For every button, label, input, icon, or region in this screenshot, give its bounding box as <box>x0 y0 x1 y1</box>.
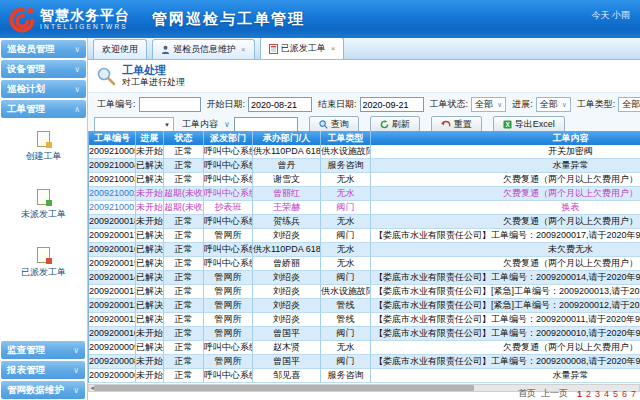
cell-progress: 已解决 <box>136 257 164 271</box>
cell-handler: 供水110PDA 61870 <box>253 243 321 257</box>
cell-order-content: 【娄底市水业有限责任公司】[紧急]工单编号：2009200012,请于2020年… <box>371 299 640 313</box>
cell-status: 正常 <box>164 215 204 229</box>
scrollbar-thumb[interactable] <box>94 385 474 391</box>
cell-dispatch-dept: 呼叫中心系统 <box>204 173 253 187</box>
panel-subtitle: 对工单进行处理 <box>122 77 185 88</box>
sidebar-item-workorder-mgmt[interactable]: 工单管理 ∧ <box>1 100 86 118</box>
close-icon[interactable]: × <box>331 44 336 53</box>
cell-status: 超期(未收到) <box>164 187 204 201</box>
workorder-table-body: 2009210005未开始正常呼叫中心系统供水110PDA 61870供水设施故… <box>89 145 640 383</box>
table-row[interactable]: 2009200013已解决正常管网所刘绍炎供水设施故障【娄底市水业有限责任公司】… <box>89 285 640 299</box>
dispatched-order-icon <box>37 247 50 263</box>
table-row[interactable]: 2009200018未开始正常呼叫中心系统贺练兵无水欠费复通（两个月以上欠费用户… <box>89 215 640 229</box>
create-order-icon <box>37 131 50 147</box>
cell-dispatch-dept: 呼叫中心系统 <box>204 341 253 355</box>
cell-handler: 供水110PDA 61870 <box>253 145 321 159</box>
cell-order-no: 2009200011 <box>89 313 136 327</box>
column-header-progress[interactable]: 进展 <box>136 131 164 145</box>
cell-status: 正常 <box>164 229 204 243</box>
table-row[interactable]: 2009210003已解决正常呼叫中心系统谢雪文无水欠费复通（两个月以上欠费用户… <box>89 173 640 187</box>
sidebar-item-dispatched-orders[interactable]: 已派发工单 <box>21 247 66 279</box>
reset-button[interactable]: 重置 <box>431 116 482 132</box>
cell-progress: 已解决 <box>136 159 164 173</box>
cell-progress: 未开始 <box>136 369 164 383</box>
pagination-page-5[interactable]: 5 <box>613 389 618 399</box>
tab-welcome[interactable]: 欢迎使用 <box>93 39 147 59</box>
pagination-page-1[interactable]: 1 <box>577 389 582 399</box>
sidebar-item-inspection-plan[interactable]: 巡检计划 ∨ <box>1 80 86 98</box>
table-row[interactable]: 2009200012已解决正常管网所刘绍炎管线【娄底市水业有限责任公司】[紧急]… <box>89 299 640 313</box>
cell-order-content: 欠费复通（两个月以上欠费用户） <box>371 257 640 271</box>
sidebar-item-report-mgmt[interactable]: 报表管理 ∨ <box>1 361 85 379</box>
cell-dispatch-dept: 管网所 <box>204 313 253 327</box>
pagination-page-3[interactable]: 3 <box>595 389 600 399</box>
cell-order-content: 开关加密阀 <box>371 145 640 159</box>
status-select[interactable]: 全部 ∨ <box>471 97 506 112</box>
search-button[interactable]: 查询 <box>309 116 359 132</box>
progress-select[interactable]: 全部 ∨ <box>536 97 571 112</box>
cell-order-no: 2009200008 <box>89 355 136 369</box>
pagination-page-7[interactable]: 7 <box>631 389 636 399</box>
pagination-page-6[interactable]: 6 <box>622 389 627 399</box>
sidebar-item-create-order[interactable]: 创建工单 <box>26 131 62 163</box>
order-no-input[interactable] <box>139 97 201 112</box>
close-icon[interactable]: × <box>241 45 246 54</box>
cell-dispatch-dept: 管网所 <box>204 299 253 313</box>
main-content: 欢迎使用 巡检员信息维护 × 已派发工单 × 工单处理 对工单进行处理 <box>88 38 640 400</box>
refresh-button[interactable]: 刷新 <box>370 116 420 132</box>
table-row[interactable]: 2009200010未开始正常管网所曾国平阀门【娄底市水业有限责任公司】工单编号… <box>89 327 640 341</box>
table-row[interactable]: 2009200006未开始正常呼叫中心系统邹见喜服务咨询水量异常 <box>89 369 640 383</box>
tab-inspector-info[interactable]: 巡检员信息维护 × <box>152 39 255 59</box>
table-row[interactable]: 2009200017已解决正常管网所刘绍炎阀门【娄底市水业有限责任公司】工单编号… <box>89 229 640 243</box>
magnifier-icon <box>96 66 116 86</box>
column-header-order-content[interactable]: 工单内容 <box>371 131 640 145</box>
cell-dispatch-dept: 呼叫中心系统 <box>204 215 253 229</box>
table-row[interactable]: 2009210001未开始超期(未收到)抄表班王荣赫阀门换表 <box>89 201 640 215</box>
column-header-status[interactable]: 状态 <box>164 131 204 145</box>
table-row[interactable]: 2009200016已解决正常呼叫中心系统供水110PDA 61870无水未欠费… <box>89 243 640 257</box>
column-header-order-no[interactable]: 工单编号 <box>89 131 136 145</box>
sidebar-item-supervision-mgmt[interactable]: 监查管理 ∨ <box>1 341 85 359</box>
status-label: 工单状态: <box>430 98 469 111</box>
table-row[interactable]: 2009200008未开始正常管网所曾国平阀门【娄底市水业有限责任公司】工单编号… <box>89 355 640 369</box>
pagination-prev[interactable]: 上一页 <box>541 387 568 400</box>
refresh-icon <box>380 120 389 129</box>
cell-order-content: 【娄底市水业有限责任公司】工单编号：2009200014,请于2020年9月20… <box>371 271 640 285</box>
table-row[interactable]: 2009210002未开始超期(未收到)呼叫中心系统曾丽红无水欠费复通（两个月以… <box>89 187 640 201</box>
column-header-order-type[interactable]: 工单类型 <box>321 131 371 145</box>
column-header-dispatch-dept[interactable]: 派发部门 <box>204 131 253 145</box>
type-label: 工单类型: <box>577 98 616 111</box>
start-date-input[interactable] <box>248 97 312 112</box>
keyword-input[interactable] <box>234 117 298 131</box>
cell-order-content: 水量异常 <box>371 159 640 173</box>
export-excel-button[interactable]: X 导出Excel <box>493 116 565 132</box>
cell-order-no: 2009200018 <box>89 215 136 229</box>
content-field-select[interactable]: 工单内容 ∨ <box>182 118 230 131</box>
pagination-page-2[interactable]: 2 <box>586 389 591 399</box>
app-header: 智慧水务平台 INTELLIGENTWRS 管网巡检与工单管理 今天 小雨 <box>0 0 640 38</box>
cell-handler: 曾丽红 <box>253 187 321 201</box>
column-header-handler[interactable]: 承办部门/人 <box>253 131 321 145</box>
sidebar-item-undispatched-orders[interactable]: 未派发工单 <box>21 189 66 221</box>
table-row[interactable]: 2009200009已解决正常呼叫中心系统赵木贤无水欠费复通（两个月以上欠费用户… <box>89 341 640 355</box>
cell-status: 正常 <box>164 369 204 383</box>
type-select[interactable]: 全部 ∨ <box>618 97 640 112</box>
cell-status: 正常 <box>164 271 204 285</box>
pagination-first[interactable]: 首页 <box>518 387 536 400</box>
table-row[interactable]: 2009210005未开始正常呼叫中心系统供水110PDA 61870供水设施故… <box>89 145 640 159</box>
panel-header: 工单处理 对工单进行处理 <box>88 60 640 92</box>
table-row[interactable]: 2009200015已解决正常呼叫中心系统曾娇丽无水欠费复通（两个月以上欠费用户… <box>89 257 640 271</box>
table-row[interactable]: 2009200014已解决正常管网所刘绍炎阀门【娄底市水业有限责任公司】工单编号… <box>89 271 640 285</box>
pagination-page-4[interactable]: 4 <box>604 389 609 399</box>
sidebar-item-inspector-mgmt[interactable]: 巡检员管理 ∨ <box>1 40 86 58</box>
tab-dispatched-orders[interactable]: 已派发工单 × <box>260 38 345 59</box>
cell-order-type: 无水 <box>321 257 371 271</box>
weather-status: 今天 小雨 <box>591 9 630 22</box>
cell-order-content: 【娄底市水业有限责任公司】工单编号：2009200017,请于2020年9月20… <box>371 229 640 243</box>
table-row[interactable]: 2009200011已解决正常管网所刘绍炎管线【娄底市水业有限责任公司】工单编号… <box>89 313 640 327</box>
sidebar-item-pipeline-data[interactable]: 管网数据维护 ∨ <box>1 381 85 399</box>
sidebar-item-device-mgmt[interactable]: 设备管理 ∨ <box>1 60 86 78</box>
table-row[interactable]: 2009210004已解决正常呼叫中心系统曾丹服务咨询水量异常 <box>89 159 640 173</box>
field-select[interactable]: ▼ <box>94 117 174 131</box>
end-date-input[interactable] <box>360 97 424 112</box>
